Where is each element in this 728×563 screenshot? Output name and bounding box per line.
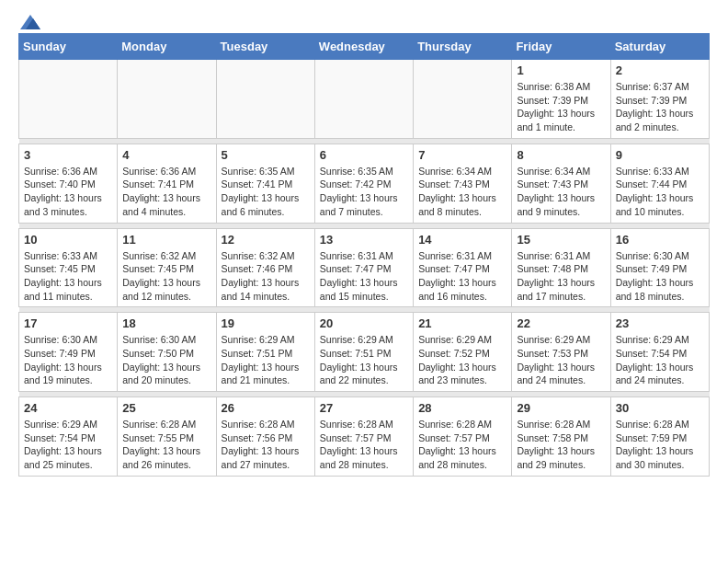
calendar-cell: 27Sunrise: 6:28 AM Sunset: 7:57 PM Dayli… xyxy=(314,397,413,477)
calendar-cell: 18Sunrise: 6:30 AM Sunset: 7:50 PM Dayli… xyxy=(118,313,216,392)
calendar-cell: 28Sunrise: 6:28 AM Sunset: 7:57 PM Dayli… xyxy=(414,397,512,477)
day-info: Sunrise: 6:34 AM Sunset: 7:43 PM Dayligh… xyxy=(418,165,506,219)
day-number: 10 xyxy=(24,233,112,247)
day-info: Sunrise: 6:28 AM Sunset: 7:58 PM Dayligh… xyxy=(517,418,605,472)
day-number: 21 xyxy=(418,316,506,330)
day-number: 1 xyxy=(517,63,605,77)
day-info: Sunrise: 6:29 AM Sunset: 7:51 PM Dayligh… xyxy=(320,333,408,387)
calendar-cell xyxy=(216,60,314,139)
day-number: 8 xyxy=(517,148,605,162)
day-number: 28 xyxy=(418,401,506,415)
day-number: 12 xyxy=(222,233,310,247)
day-info: Sunrise: 6:28 AM Sunset: 7:56 PM Dayligh… xyxy=(222,418,310,472)
weekday-header: Monday xyxy=(118,34,216,60)
day-number: 27 xyxy=(320,401,408,415)
day-info: Sunrise: 6:30 AM Sunset: 7:49 PM Dayligh… xyxy=(616,249,704,304)
day-number: 23 xyxy=(616,316,704,330)
calendar-cell: 19Sunrise: 6:29 AM Sunset: 7:51 PM Dayli… xyxy=(216,313,314,392)
day-number: 7 xyxy=(418,148,506,162)
day-info: Sunrise: 6:30 AM Sunset: 7:49 PM Dayligh… xyxy=(24,333,112,387)
day-info: Sunrise: 6:29 AM Sunset: 7:54 PM Dayligh… xyxy=(24,418,112,472)
page-container: SundayMondayTuesdayWednesdayThursdayFrid… xyxy=(0,0,728,491)
calendar-cell: 22Sunrise: 6:29 AM Sunset: 7:53 PM Dayli… xyxy=(512,313,610,392)
day-info: Sunrise: 6:31 AM Sunset: 7:48 PM Dayligh… xyxy=(517,249,605,304)
calendar-cell: 30Sunrise: 6:28 AM Sunset: 7:59 PM Dayli… xyxy=(610,397,709,477)
calendar-cell: 23Sunrise: 6:29 AM Sunset: 7:54 PM Dayli… xyxy=(610,313,709,392)
day-info: Sunrise: 6:28 AM Sunset: 7:59 PM Dayligh… xyxy=(616,418,704,472)
calendar-week-row: 17Sunrise: 6:30 AM Sunset: 7:49 PM Dayli… xyxy=(19,313,710,392)
calendar-cell xyxy=(414,60,512,139)
day-info: Sunrise: 6:28 AM Sunset: 7:57 PM Dayligh… xyxy=(418,418,506,472)
calendar-cell xyxy=(314,60,413,139)
day-info: Sunrise: 6:29 AM Sunset: 7:53 PM Dayligh… xyxy=(517,333,605,387)
day-info: Sunrise: 6:37 AM Sunset: 7:39 PM Dayligh… xyxy=(616,80,704,134)
day-info: Sunrise: 6:31 AM Sunset: 7:47 PM Dayligh… xyxy=(320,249,408,304)
calendar-cell: 10Sunrise: 6:33 AM Sunset: 7:45 PM Dayli… xyxy=(19,228,118,307)
logo xyxy=(18,15,40,26)
calendar-cell: 21Sunrise: 6:29 AM Sunset: 7:52 PM Dayli… xyxy=(414,313,512,392)
day-info: Sunrise: 6:36 AM Sunset: 7:41 PM Dayligh… xyxy=(122,165,210,219)
calendar-cell: 5Sunrise: 6:35 AM Sunset: 7:41 PM Daylig… xyxy=(216,144,314,223)
day-info: Sunrise: 6:35 AM Sunset: 7:41 PM Dayligh… xyxy=(222,165,310,219)
calendar-cell: 11Sunrise: 6:32 AM Sunset: 7:45 PM Dayli… xyxy=(118,228,216,307)
calendar-cell: 7Sunrise: 6:34 AM Sunset: 7:43 PM Daylig… xyxy=(414,144,512,223)
calendar-week-row: 3Sunrise: 6:36 AM Sunset: 7:40 PM Daylig… xyxy=(19,144,710,223)
calendar-cell: 3Sunrise: 6:36 AM Sunset: 7:40 PM Daylig… xyxy=(19,144,118,223)
day-number: 24 xyxy=(24,401,112,415)
calendar-cell: 25Sunrise: 6:28 AM Sunset: 7:55 PM Dayli… xyxy=(118,397,216,477)
day-number: 6 xyxy=(320,148,408,162)
weekday-header: Thursday xyxy=(414,34,512,60)
calendar-table: SundayMondayTuesdayWednesdayThursdayFrid… xyxy=(18,33,710,477)
calendar-cell: 24Sunrise: 6:29 AM Sunset: 7:54 PM Dayli… xyxy=(19,397,118,477)
calendar-cell: 9Sunrise: 6:33 AM Sunset: 7:44 PM Daylig… xyxy=(610,144,709,223)
day-info: Sunrise: 6:38 AM Sunset: 7:39 PM Dayligh… xyxy=(517,80,605,134)
weekday-header: Tuesday xyxy=(216,34,314,60)
day-number: 30 xyxy=(616,401,704,415)
calendar-cell: 14Sunrise: 6:31 AM Sunset: 7:47 PM Dayli… xyxy=(414,228,512,307)
header xyxy=(18,15,710,26)
weekday-header: Saturday xyxy=(610,34,709,60)
calendar-cell: 1Sunrise: 6:38 AM Sunset: 7:39 PM Daylig… xyxy=(512,60,610,139)
day-info: Sunrise: 6:33 AM Sunset: 7:45 PM Dayligh… xyxy=(24,249,112,304)
day-number: 19 xyxy=(222,316,310,330)
day-info: Sunrise: 6:34 AM Sunset: 7:43 PM Dayligh… xyxy=(517,165,605,219)
day-info: Sunrise: 6:28 AM Sunset: 7:55 PM Dayligh… xyxy=(122,418,210,472)
calendar-week-row: 1Sunrise: 6:38 AM Sunset: 7:39 PM Daylig… xyxy=(19,60,710,139)
day-number: 18 xyxy=(122,316,210,330)
logo-icon xyxy=(20,15,40,29)
day-info: Sunrise: 6:28 AM Sunset: 7:57 PM Dayligh… xyxy=(320,418,408,472)
calendar-cell: 29Sunrise: 6:28 AM Sunset: 7:58 PM Dayli… xyxy=(512,397,610,477)
day-number: 5 xyxy=(222,148,310,162)
day-number: 17 xyxy=(24,316,112,330)
day-number: 25 xyxy=(122,401,210,415)
weekday-header: Friday xyxy=(512,34,610,60)
day-info: Sunrise: 6:29 AM Sunset: 7:52 PM Dayligh… xyxy=(418,333,506,387)
calendar-cell: 20Sunrise: 6:29 AM Sunset: 7:51 PM Dayli… xyxy=(314,313,413,392)
day-number: 3 xyxy=(24,148,112,162)
calendar-cell: 6Sunrise: 6:35 AM Sunset: 7:42 PM Daylig… xyxy=(314,144,413,223)
day-info: Sunrise: 6:29 AM Sunset: 7:54 PM Dayligh… xyxy=(616,333,704,387)
calendar-cell: 4Sunrise: 6:36 AM Sunset: 7:41 PM Daylig… xyxy=(118,144,216,223)
calendar-cell: 13Sunrise: 6:31 AM Sunset: 7:47 PM Dayli… xyxy=(314,228,413,307)
calendar-cell: 26Sunrise: 6:28 AM Sunset: 7:56 PM Dayli… xyxy=(216,397,314,477)
day-number: 14 xyxy=(418,233,506,247)
day-number: 4 xyxy=(122,148,210,162)
day-number: 15 xyxy=(517,233,605,247)
calendar-cell xyxy=(19,60,118,139)
day-info: Sunrise: 6:32 AM Sunset: 7:45 PM Dayligh… xyxy=(122,249,210,304)
calendar-cell: 17Sunrise: 6:30 AM Sunset: 7:49 PM Dayli… xyxy=(19,313,118,392)
weekday-header: Wednesday xyxy=(314,34,413,60)
day-number: 29 xyxy=(517,401,605,415)
weekday-header: Sunday xyxy=(19,34,118,60)
day-number: 22 xyxy=(517,316,605,330)
day-number: 16 xyxy=(616,233,704,247)
day-number: 13 xyxy=(320,233,408,247)
day-number: 20 xyxy=(320,316,408,330)
day-info: Sunrise: 6:35 AM Sunset: 7:42 PM Dayligh… xyxy=(320,165,408,219)
day-number: 26 xyxy=(222,401,310,415)
calendar-cell xyxy=(118,60,216,139)
day-info: Sunrise: 6:36 AM Sunset: 7:40 PM Dayligh… xyxy=(24,165,112,219)
day-number: 11 xyxy=(122,233,210,247)
calendar-week-row: 24Sunrise: 6:29 AM Sunset: 7:54 PM Dayli… xyxy=(19,397,710,477)
calendar-week-row: 10Sunrise: 6:33 AM Sunset: 7:45 PM Dayli… xyxy=(19,228,710,307)
